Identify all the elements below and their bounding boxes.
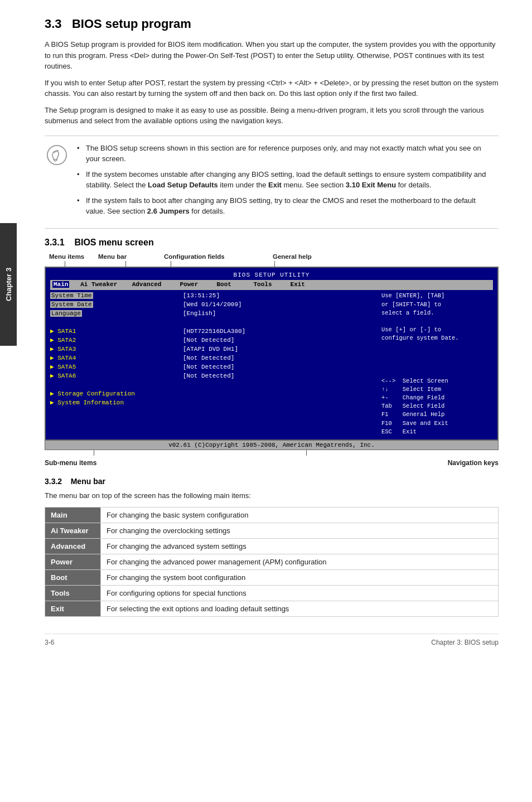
intro-p2: If you wish to enter Setup after POST, r… bbox=[45, 78, 499, 99]
table-row: ToolsFor configuring options for special… bbox=[45, 585, 499, 601]
svg-point-0 bbox=[47, 145, 66, 164]
item-system-time: System Time bbox=[50, 292, 93, 299]
label-config-fields: Configuration fields bbox=[164, 253, 273, 260]
table-row: AdvancedFor changing the advanced system… bbox=[45, 538, 499, 554]
item-storage-config: ▶ Storage Configuration bbox=[50, 390, 135, 397]
note-icon bbox=[45, 143, 69, 167]
menu-tools: Tools bbox=[254, 281, 272, 288]
chapter-sidebar: Chapter 3 bbox=[0, 223, 17, 346]
bios-bottom-labels: Sub-menu items Navigation keys bbox=[45, 459, 499, 467]
menu-item-name: Main bbox=[45, 507, 101, 523]
bios-right-panel: Use [ENTER], [TAB] or [SHIFT-TAB] to sel… bbox=[381, 292, 493, 436]
menu-item-name: Boot bbox=[45, 569, 101, 585]
menu-item-description: For changing the advanced power manageme… bbox=[101, 554, 499, 569]
item-sata5: ▶ SATA5 bbox=[50, 364, 76, 370]
bios-content: System Time System Date Language ▶ SATA1… bbox=[50, 292, 493, 436]
menu-item-description: For changing the system boot configurati… bbox=[101, 569, 499, 585]
item-system-date: System Date bbox=[50, 301, 93, 308]
menu-item-name: Power bbox=[45, 554, 101, 569]
menu-item-description: For configuring options for special func… bbox=[101, 585, 499, 601]
item-sata2: ▶ SATA2 bbox=[50, 337, 76, 344]
table-row: BootFor changing the system boot configu… bbox=[45, 569, 499, 585]
menu-ai-tweaker: Ai Tweaker bbox=[80, 281, 117, 288]
table-row: ExitFor selecting the exit options and l… bbox=[45, 601, 499, 616]
bios-title: BIOS SETUP UTILITY bbox=[50, 271, 493, 280]
bios-top-labels: Menu items Menu bar Configuration fields… bbox=[45, 253, 499, 260]
menu-item-description: For changing the advanced system setting… bbox=[101, 538, 499, 554]
menu-advanced: Advanced bbox=[132, 281, 162, 288]
chapter-label: Chapter bbox=[4, 274, 13, 301]
page-footer: 3-6 Chapter 3: BIOS setup bbox=[45, 634, 499, 646]
footer-right: Chapter 3: BIOS setup bbox=[431, 639, 499, 646]
note-item-1: The BIOS setup screens shown in this sec… bbox=[77, 143, 492, 165]
menu-item-name: Tools bbox=[45, 585, 101, 601]
bios-left-panel: System Time System Date Language ▶ SATA1… bbox=[50, 292, 178, 436]
label-general-help: General help bbox=[273, 253, 499, 260]
menu-item-description: For changing the overclocking settings bbox=[101, 523, 499, 538]
menu-item-name: Advanced bbox=[45, 538, 101, 554]
menu-item-description: For selecting the exit options and loadi… bbox=[101, 601, 499, 616]
menu-boot: Boot bbox=[217, 281, 231, 288]
menu-bar-table: MainFor changing the basic system config… bbox=[45, 507, 499, 617]
menu-bar-intro: The menu bar on top of the screen has th… bbox=[45, 490, 499, 501]
label-navigation-keys: Navigation keys bbox=[448, 459, 499, 467]
note-item-2: If the system becomes unstable after cha… bbox=[77, 169, 492, 191]
label-menu-items: Menu items bbox=[49, 253, 98, 260]
footer-left: 3-6 bbox=[45, 639, 54, 646]
menu-exit: Exit bbox=[291, 281, 305, 288]
bios-center-panel: [13:51:25] [Wed 01/14/2009] [English] [H… bbox=[178, 292, 381, 436]
table-row: PowerFor changing the advanced power man… bbox=[45, 554, 499, 569]
note-list: The BIOS setup screens shown in this sec… bbox=[77, 143, 492, 221]
item-sata3: ▶ SATA3 bbox=[50, 346, 76, 352]
table-row: Ai TweakerFor changing the overclocking … bbox=[45, 523, 499, 538]
item-system-info: ▶ System Information bbox=[50, 399, 124, 406]
item-sata4: ▶ SATA4 bbox=[50, 355, 76, 361]
intro-p3: The Setup program is designed to make it… bbox=[45, 105, 499, 127]
menu-main: Main bbox=[52, 281, 69, 288]
label-menu-bar: Menu bar bbox=[98, 253, 164, 260]
menu-item-description: For changing the basic system configurat… bbox=[101, 507, 499, 523]
label-sub-menu-items: Sub-menu items bbox=[45, 459, 96, 467]
menu-item-name: Exit bbox=[45, 601, 101, 616]
item-language: Language bbox=[50, 310, 82, 317]
note-box: The BIOS setup screens shown in this sec… bbox=[45, 136, 499, 229]
section-title: 3.3 BIOS setup program bbox=[45, 17, 499, 31]
menu-item-name: Ai Tweaker bbox=[45, 523, 101, 538]
subsection-332-title: 3.3.2 Menu bar bbox=[45, 477, 499, 486]
table-row: MainFor changing the basic system config… bbox=[45, 507, 499, 523]
bios-menu-bar: Main Ai Tweaker Advanced Power Boot Tool… bbox=[50, 280, 493, 290]
bios-footer: v02.61 (C)Copyright 1985-2008, American … bbox=[45, 441, 499, 450]
intro-p1: A BIOS Setup program is provided for BIO… bbox=[45, 39, 499, 72]
chapter-number: 3 bbox=[4, 268, 13, 272]
item-sata1: ▶ SATA1 bbox=[50, 328, 76, 335]
bios-screen: BIOS SETUP UTILITY Main Ai Tweaker Advan… bbox=[45, 267, 499, 441]
subsection-331-title: 3.3.1 BIOS menu screen bbox=[45, 238, 499, 248]
bios-diagram: Menu items Menu bar Configuration fields… bbox=[45, 253, 499, 467]
item-sata6: ▶ SATA6 bbox=[50, 373, 76, 379]
menu-power: Power bbox=[180, 281, 198, 288]
note-item-3: If the system fails to boot after changi… bbox=[77, 195, 492, 217]
